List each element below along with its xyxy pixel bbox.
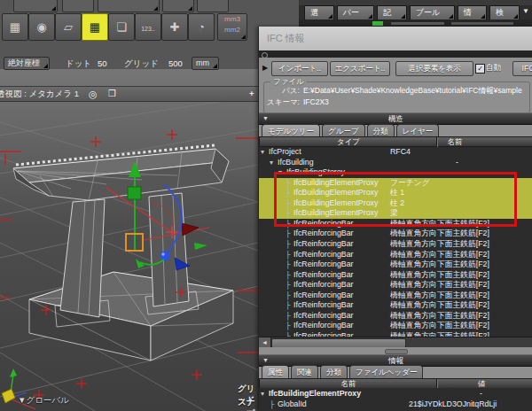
ifc-menu-button[interactable]: IFC... (512, 61, 532, 76)
center-handle[interactable] (160, 252, 170, 261)
row-name: 橋軸直角方向下面主鉄筋[F2] (390, 270, 489, 281)
schema-label: スキーマ: (267, 97, 300, 108)
panel-title: IFC 情報 (267, 33, 305, 43)
structure-section-bar[interactable]: ▼ 構造 (259, 112, 532, 125)
cubes-button[interactable]: ❏ (108, 13, 135, 41)
panel-title-bar[interactable]: IFC 情報 (259, 27, 532, 51)
pane-add-button[interactable]: + (249, 87, 254, 101)
row-name: RFC4 (390, 147, 411, 158)
attr-name: GlobalId (278, 399, 307, 410)
tree-row-IfcReinforcingBar[interactable]: ├IfcReinforcingBar橋軸直角方向下面主鉄筋[F2] (259, 321, 532, 331)
attribute-row-GlobalId[interactable]: ├GlobalId21$iJYDkLD3OJnitqRdLji (259, 399, 532, 410)
scale-handle[interactable] (128, 187, 141, 199)
tab-ファイルヘッダー[interactable]: ファイルヘッダー (349, 365, 423, 378)
attribute-row-IfcBuildingElementProxy[interactable]: ▾IfcBuildingElementProxy- (259, 389, 532, 399)
browser-tab-パート[interactable]: パート (337, 5, 374, 20)
tab-グループ[interactable]: グループ (322, 124, 365, 137)
gradient-button[interactable]: ◔ (188, 13, 215, 41)
tab-属性[interactable]: 属性 (262, 365, 289, 378)
browser-tab-選択[interactable]: 選択 (304, 5, 334, 20)
dot-label: ドット (66, 58, 91, 70)
shading-cube-icon[interactable]: ❒ (108, 87, 116, 101)
tree-row-IfcReinforcingBar[interactable]: ├IfcReinforcingBar橋軸直角方向下面主鉄筋[F2] (259, 270, 532, 281)
target-tool-button[interactable] (197, 0, 229, 12)
car-button[interactable]: ▱ (55, 13, 82, 41)
tab-モデルツリー[interactable]: モデルツリー (262, 124, 320, 137)
tree-row-IfcReinforcingBar[interactable]: ├IfcReinforcingBar橋軸直角方向下面主鉄筋[F2] (259, 239, 532, 250)
row-name: 橋軸直角方向下面主鉄筋[F2] (390, 229, 489, 239)
viewport-canvas[interactable] (0, 69, 258, 411)
tree-row-IfcReinforcingBar[interactable]: ├IfcReinforcingBar橋軸直角方向下面主鉄筋[F2] (259, 291, 532, 301)
section-collapse-icon[interactable]: ▼ (262, 113, 269, 124)
tree-row-IfcReinforcingBar[interactable]: ├IfcReinforcingBar橋軸直角方向下面主鉄筋[F2] (259, 300, 532, 311)
tree-connector: ├ (286, 229, 291, 239)
info-section-title: 情報 (388, 356, 403, 365)
paren-tool-button[interactable] (162, 0, 194, 12)
highlight-annotation-rect (274, 172, 517, 227)
unit-dropdown[interactable]: mm (192, 57, 219, 70)
export-button[interactable]: エクスポート.. (330, 61, 390, 76)
expand-icon[interactable]: ▾ (270, 158, 273, 168)
tree-row-IfcProject[interactable]: ▾IfcProjectRFC4 (259, 147, 532, 158)
column-divider[interactable] (436, 137, 438, 147)
global-mode-label[interactable]: ▼グローバル (18, 395, 69, 407)
numeric-pad-button[interactable]: ▦ (2, 13, 28, 41)
tree-row-IfcBuilding[interactable]: ▾IfcBuilding- (259, 158, 532, 168)
info-tabs: 属性関連分類ファイルヘッダー (262, 365, 425, 378)
show-selected-button[interactable]: 選択要素を表示 (395, 61, 473, 76)
tool-menu-button[interactable] (13, 0, 58, 12)
head-button[interactable]: ◉ (28, 13, 55, 41)
expand-icon[interactable]: ▾ (261, 389, 264, 399)
import-button[interactable]: インポート.. (271, 61, 328, 76)
panel-splitter[interactable] (259, 347, 532, 354)
row-type: IfcBuilding (278, 158, 314, 168)
browser-tab-記号[interactable]: 記号 (377, 5, 407, 20)
browser-tab-ブール演[interactable]: ブール演 (410, 5, 455, 20)
grid-select-icon: ▦ (90, 20, 100, 34)
expand-icon[interactable]: ▾ (261, 147, 264, 158)
browser-tab-検索[interactable]: 検索 (489, 5, 520, 20)
auto-checkbox[interactable]: ✓ (475, 64, 485, 74)
browser-list-partial (299, 19, 532, 27)
tab-関連[interactable]: 関連 (291, 365, 318, 378)
tree-row-IfcReinforcingBar[interactable]: ├IfcReinforcingBar橋軸直角方向下面主鉄筋[F2] (259, 250, 532, 260)
row-type: IfcReinforcingBar (293, 260, 353, 270)
viewport-label[interactable]: 透視図 : メタカメラ 1 (0, 87, 79, 101)
coord-mode-dropdown[interactable]: 絶対座標 (4, 57, 50, 70)
application-window: 透視図 : メタカメラ 1 ◎ ❒ + ▼グローバル グリッド スナップ ▦◉▱… (0, 0, 532, 411)
grid-value[interactable]: 500 (168, 58, 183, 68)
rotate-tool-button[interactable] (62, 0, 94, 12)
col-type[interactable]: タイプ (313, 137, 384, 147)
tab-分類[interactable]: 分類 (320, 365, 348, 378)
wrench-grid-button[interactable]: ✚ (161, 13, 188, 41)
numbers-icon: 123.. (141, 26, 155, 32)
path-value: E:¥Data¥User¥Shade¥KnowledgeBase¥tutoria… (303, 86, 522, 97)
car-icon: ▱ (64, 20, 73, 34)
row-type: IfcReinforcingBar (293, 321, 353, 331)
color-tool-button[interactable] (98, 0, 160, 12)
row-type: IfcReinforcingBar (293, 311, 353, 322)
cubes-icon: ❏ (116, 20, 127, 34)
snap-toggle-label[interactable]: スナップ (238, 397, 258, 411)
dot-value[interactable]: 50 (98, 58, 107, 68)
viewport-header: 透視図 : メタカメラ 1 ◎ ❒ + (0, 86, 258, 102)
panel-grip-bar[interactable] (259, 50, 532, 58)
tree-row-IfcReinforcingBar[interactable]: ├IfcReinforcingBar橋軸直角方向下面主鉄筋[F2] (259, 280, 532, 291)
tab-レイヤー[interactable]: レイヤー (396, 124, 440, 137)
tab-分類[interactable]: 分類 (367, 124, 395, 137)
tab-overflow-menu[interactable]: ▼ (522, 7, 529, 15)
ifc-info-panel: IFC 情報 ▶ インポート.. エクスポート.. 選択要素を表示 ✓ 自動 I… (258, 27, 532, 411)
tree-row-IfcReinforcingBar[interactable]: ├IfcReinforcingBar橋軸直角方向下面主鉄筋[F2] (259, 260, 532, 270)
attr-value: - (480, 389, 482, 399)
scroll-left-arrow[interactable]: ◄ (259, 337, 271, 347)
tree-row-IfcReinforcingBar[interactable]: ├IfcReinforcingBar橋軸直角方向下面主鉄筋[F2] (259, 229, 532, 239)
grid-select-button[interactable]: ▦ (82, 13, 108, 41)
tree-connector: ├ (286, 250, 291, 260)
camera-target-icon[interactable]: ◎ (89, 87, 98, 101)
numbers-button[interactable]: 123.. (135, 13, 161, 41)
tree-row-IfcReinforcingBar[interactable]: ├IfcReinforcingBar橋軸直角方向下面主鉄筋[F2] (259, 311, 532, 322)
browser-tab-情報[interactable]: 情報 (458, 5, 488, 20)
unit-display-button[interactable]: mm3 mm2 (217, 13, 247, 41)
auto-checkbox-label[interactable]: 自動 (486, 63, 501, 74)
collapse-arrow-icon[interactable]: ▶ (262, 64, 268, 72)
